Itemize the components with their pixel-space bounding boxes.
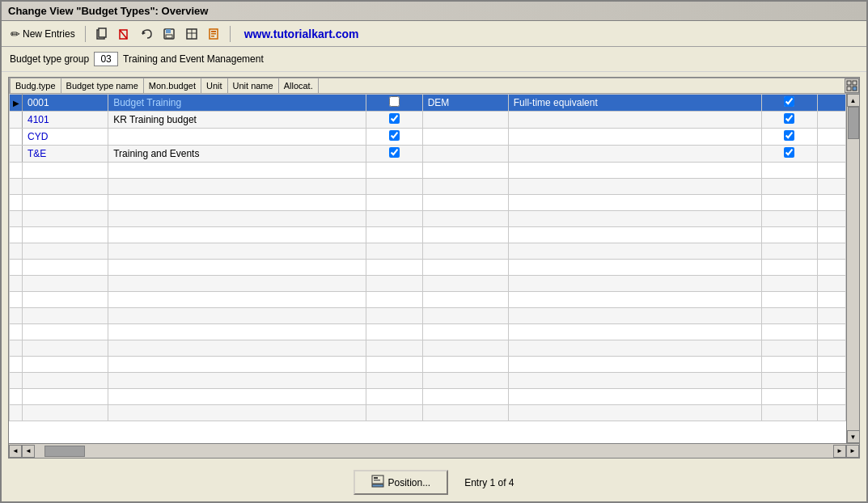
cell-budg-type: T&E — [23, 146, 108, 163]
empty-cell — [23, 373, 108, 389]
cell-spacer — [818, 112, 846, 129]
empty-cell — [366, 211, 423, 227]
empty-cell — [818, 179, 846, 195]
empty-cell — [23, 308, 108, 324]
data-table: ▶0001Budget TrainingDEMFull-time equival… — [9, 94, 846, 421]
checkbox-allocat[interactable] — [784, 113, 794, 124]
empty-cell — [818, 211, 846, 227]
empty-cell — [10, 179, 23, 195]
table-row[interactable]: CYD — [10, 129, 846, 146]
checkbox-mon-budget[interactable] — [389, 96, 400, 107]
checkbox-mon-budget[interactable] — [389, 130, 400, 141]
cell-mon-budget[interactable] — [366, 112, 423, 129]
cell-mon-budget[interactable] — [366, 95, 423, 112]
empty-cell — [422, 260, 508, 276]
scroll-left-button[interactable]: ◄ — [9, 445, 22, 458]
empty-cell — [108, 227, 366, 243]
scroll-thumb-horizontal[interactable] — [44, 446, 85, 457]
table-row[interactable]: ▶0001Budget TrainingDEMFull-time equival… — [10, 95, 846, 112]
svg-rect-6 — [166, 29, 171, 33]
empty-cell — [818, 227, 846, 243]
cell-allocat[interactable] — [761, 146, 818, 163]
svg-rect-16 — [853, 81, 857, 85]
scroll-right2-button[interactable]: ► — [846, 445, 859, 458]
col-header-spacer — [318, 78, 858, 94]
table-row[interactable]: 4101KR Training budget — [10, 112, 846, 129]
cell-unit-name — [508, 129, 761, 146]
watermark-text: www.tutorialkart.com — [244, 27, 359, 40]
undo-button[interactable] — [137, 24, 156, 44]
position-button[interactable]: Position... — [354, 470, 448, 495]
checkbox-allocat[interactable] — [784, 96, 794, 107]
cell-mon-budget[interactable] — [366, 129, 423, 146]
empty-cell — [10, 163, 23, 179]
empty-cell — [508, 340, 761, 357]
empty-cell — [23, 195, 108, 211]
empty-cell — [508, 227, 761, 243]
table-row[interactable]: T&ETraining and Events — [10, 146, 846, 163]
cell-unit-name — [508, 146, 761, 163]
table-icon — [185, 27, 198, 40]
empty-cell — [508, 357, 761, 373]
save-button[interactable] — [159, 24, 179, 44]
col-header-allocat: Allocat. — [278, 78, 318, 94]
col-header-budget-type-name: Budget type name — [61, 78, 143, 94]
empty-cell — [761, 227, 818, 243]
svg-rect-18 — [853, 87, 857, 91]
checkbox-mon-budget[interactable] — [389, 147, 400, 158]
new-entries-button[interactable]: ✏ New Entries — [6, 25, 79, 43]
cell-allocat[interactable] — [761, 129, 818, 146]
empty-cell — [108, 373, 366, 389]
empty-cell — [108, 357, 366, 373]
table-scroll-container: ▶0001Budget TrainingDEMFull-time equival… — [9, 94, 859, 443]
scroll-track-vertical — [848, 107, 859, 430]
scroll-right-button[interactable]: ► — [833, 445, 846, 458]
checkbox-allocat[interactable] — [784, 130, 794, 141]
scroll-up-button[interactable]: ▲ — [847, 94, 860, 107]
empty-cell — [508, 211, 761, 227]
scroll-down-button[interactable]: ▼ — [847, 430, 860, 443]
empty-cell — [818, 260, 846, 276]
delete-button[interactable] — [114, 24, 133, 44]
row-indicator-cell — [10, 146, 23, 163]
cell-spacer — [818, 146, 846, 163]
empty-cell — [422, 405, 508, 421]
empty-cell — [23, 260, 108, 276]
entry-info: Entry 1 of 4 — [464, 477, 514, 488]
empty-cell — [108, 276, 366, 292]
empty-cell — [761, 260, 818, 276]
new-entries-label: New Entries — [23, 28, 75, 40]
cell-allocat[interactable] — [761, 112, 818, 129]
cell-mon-budget[interactable] — [366, 146, 423, 163]
empty-cell — [761, 389, 818, 405]
empty-cell — [108, 324, 366, 340]
scroll-thumb-vertical[interactable] — [848, 107, 859, 139]
main-window: Change View "Budget Types": Overview ✏ N… — [0, 0, 868, 503]
empty-row — [10, 195, 846, 211]
empty-cell — [508, 260, 761, 276]
empty-row — [10, 211, 846, 227]
empty-cell — [10, 260, 23, 276]
empty-cell — [23, 357, 108, 373]
empty-cell — [508, 324, 761, 340]
empty-cell — [761, 357, 818, 373]
empty-cell — [10, 195, 23, 211]
empty-cell — [23, 340, 108, 357]
scroll-track-horizontal — [36, 446, 832, 457]
another-icon-button[interactable] — [182, 24, 201, 44]
checkbox-mon-budget[interactable] — [389, 113, 400, 124]
copy-button[interactable] — [91, 24, 111, 44]
resize-columns-button[interactable] — [845, 78, 859, 93]
empty-cell — [108, 179, 366, 195]
empty-cell — [108, 211, 366, 227]
delete-icon — [117, 27, 130, 40]
empty-cell — [761, 324, 818, 340]
svg-rect-22 — [372, 484, 383, 487]
empty-cell — [508, 373, 761, 389]
cell-allocat[interactable] — [761, 95, 818, 112]
empty-cell — [108, 389, 366, 405]
empty-row — [10, 260, 846, 276]
scroll-left2-button[interactable]: ◄ — [22, 445, 35, 458]
checkbox-allocat[interactable] — [784, 147, 794, 158]
export-button[interactable] — [205, 24, 224, 44]
